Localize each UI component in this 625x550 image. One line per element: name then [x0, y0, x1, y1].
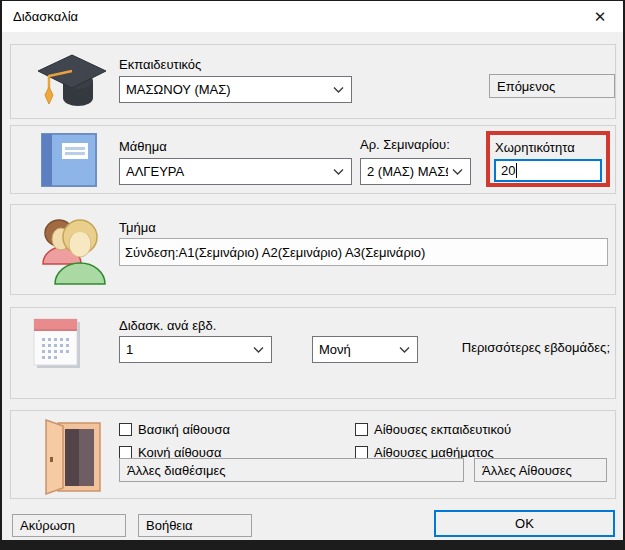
cancel-button[interactable]: Ακύρωση — [12, 514, 126, 537]
book-icon — [40, 132, 100, 188]
week-type-combobox[interactable]: Μονή — [312, 336, 418, 363]
lessons-per-week-combobox[interactable]: 1 — [119, 336, 272, 363]
teacher-rooms-checkbox[interactable] — [355, 423, 368, 436]
dialog-title: Διδασκαλία — [13, 9, 78, 24]
titlebar: Διδασκαλία ✕ — [2, 1, 623, 32]
ok-button[interactable]: OK — [434, 510, 615, 537]
seminar-number-combobox[interactable]: 2 (ΜΑΣ) ΜΑΣΩΝΟΥ — [360, 158, 471, 185]
text-caret — [516, 163, 517, 178]
other-available-button[interactable]: Άλλες διαθέσιμες — [119, 458, 464, 482]
basic-room-checkbox[interactable] — [119, 423, 132, 436]
teacher-rooms-label: Αίθουσες εκπαιδευτικού — [374, 422, 511, 437]
checkbox-row-basic-room: Βασική αίθουσα — [119, 422, 230, 437]
door-icon — [40, 419, 104, 495]
class-label: Τμήμα — [119, 220, 156, 235]
class-field[interactable]: Σύνδεση:Α1(Σεμινάριο) Α2(Σεμινάριο) Α3(Σ… — [119, 238, 608, 266]
help-button[interactable]: Βοήθεια — [138, 514, 252, 537]
chevron-down-icon — [333, 86, 344, 93]
lessons-per-week-label: Διδασκ. ανά εβδ. — [119, 318, 216, 333]
chevron-down-icon — [399, 346, 410, 353]
subject-label: Μάθημα — [119, 139, 167, 154]
lessons-per-week-value: 1 — [126, 342, 271, 357]
calendar-icon — [32, 317, 82, 371]
seminar-number-value: 2 (ΜΑΣ) ΜΑΣΩΝΟΥ — [367, 164, 448, 179]
chevron-down-icon — [452, 168, 463, 175]
seminar-number-label: Αρ. Σεμιναρίου: — [360, 137, 450, 152]
graduation-cap-icon — [34, 53, 108, 115]
more-weeks-link[interactable]: Περισσότερες εβδομάδες; — [462, 340, 610, 355]
capacity-label: Χωρητικότητα — [495, 140, 575, 155]
teacher-combobox[interactable]: ΜΑΣΩΝΟΥ (ΜΑΣ) — [119, 76, 352, 103]
capacity-input[interactable]: 20 — [494, 159, 602, 182]
students-icon — [35, 212, 111, 290]
next-teacher-button[interactable]: Επόμενος — [489, 74, 615, 98]
chevron-down-icon — [253, 346, 264, 353]
capacity-value: 20 — [501, 163, 515, 178]
other-rooms-button[interactable]: Άλλες Αίθουσες — [474, 458, 607, 482]
class-field-value: Σύνδεση:Α1(Σεμινάριο) Α2(Σεμινάριο) Α3(Σ… — [125, 245, 425, 260]
teacher-label: Εκπαιδευτικός — [119, 57, 201, 72]
close-icon[interactable]: ✕ — [583, 1, 617, 32]
subject-combobox-value: ΑΛΓΕΥΡΑ — [126, 164, 351, 179]
chevron-down-icon — [333, 168, 344, 175]
checkbox-row-teacher-rooms: Αίθουσες εκπαιδευτικού — [355, 422, 511, 437]
basic-room-label: Βασική αίθουσα — [138, 422, 230, 437]
teaching-dialog: Διδασκαλία ✕ Εκπαιδευτικός ΜΑΣΩΝΟΥ (ΜΑΣ)… — [2, 1, 623, 540]
teacher-combobox-value: ΜΑΣΩΝΟΥ (ΜΑΣ) — [126, 82, 351, 97]
subject-combobox[interactable]: ΑΛΓΕΥΡΑ — [119, 158, 352, 185]
